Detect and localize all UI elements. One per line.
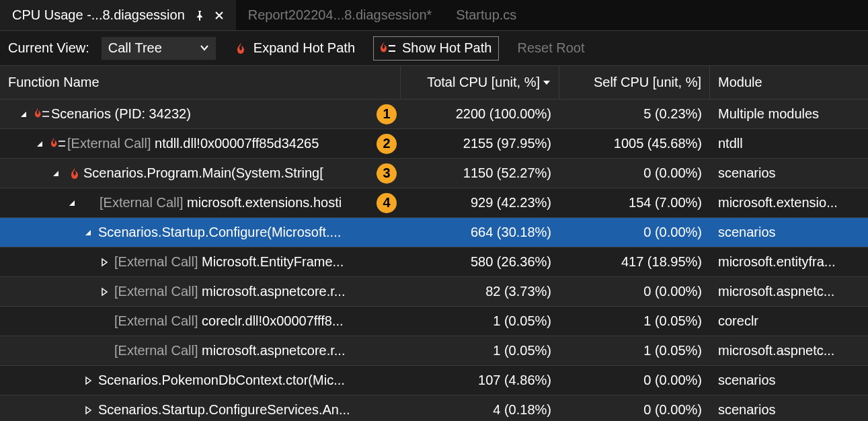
function-name: Scenarios.Startup.ConfigureServices.An..… [98, 402, 401, 418]
module-cell: scenarios [710, 218, 868, 247]
collapse-icon[interactable] [66, 197, 78, 209]
function-name-cell: Scenarios.Program.Main(System.String[3 [0, 159, 401, 188]
chevron-down-icon [200, 40, 209, 56]
module-cell: microsoft.aspnetc... [710, 336, 868, 365]
flame-icon [235, 42, 247, 54]
total-cpu-cell: 580 (26.36%) [401, 247, 559, 276]
table-row[interactable]: [External Call] coreclr.dll!0x00007fff8.… [0, 307, 868, 336]
column-label: Function Name [8, 75, 100, 90]
total-cpu-cell: 2155 (97.95%) [401, 129, 559, 158]
function-name-cell: [External Call] ntdll.dll!0x00007ff85d34… [0, 129, 401, 158]
hot-path-icon [34, 108, 51, 120]
collapse-icon[interactable] [82, 227, 94, 239]
function-name-cell: Scenarios.PokemonDbContext.ctor(Mic... [0, 366, 401, 395]
tab-cpu-usage[interactable]: CPU Usage -...8.diagsession [0, 0, 236, 30]
function-name-cell: [External Call] coreclr.dll!0x00007fff8.… [0, 307, 401, 336]
self-cpu-cell: 417 (18.95%) [559, 247, 710, 276]
self-cpu-cell: 5 (0.23%) [559, 100, 710, 128]
function-name: [External Call] microsoft.extensions.hos… [100, 195, 401, 210]
toolbar: Current View: Call Tree Expand Hot Path … [0, 31, 868, 66]
svg-rect-5 [58, 145, 65, 147]
module-cell: ntdll [710, 129, 868, 158]
svg-rect-2 [42, 111, 49, 112]
tab-label: Report202204...8.diagsession* [248, 7, 432, 23]
flame-icon [66, 167, 83, 180]
self-cpu-cell: 0 (0.00%) [559, 218, 710, 247]
function-name: Scenarios.Program.Main(System.String[ [83, 165, 401, 181]
column-header-row: Function Name Total CPU [unit, %] Self C… [0, 66, 868, 100]
total-cpu-cell: 929 (42.23%) [401, 188, 559, 217]
dropdown-value: Call Tree [108, 40, 162, 56]
total-cpu-cell: 4 (0.18%) [401, 395, 559, 421]
total-cpu-cell: 664 (30.18%) [401, 218, 559, 247]
function-name-cell: Scenarios.Startup.Configure(Microsoft...… [0, 218, 401, 247]
pin-icon[interactable] [194, 10, 205, 21]
table-row[interactable]: [External Call] microsoft.aspnetcore.r..… [0, 336, 868, 366]
table-row[interactable]: Scenarios.PokemonDbContext.ctor(Mic...10… [0, 366, 868, 395]
expand-hot-path-button[interactable]: Expand Hot Path [228, 37, 362, 60]
button-label: Reset Root [517, 40, 584, 56]
module-cell: microsoft.entityfra... [710, 247, 868, 276]
total-cpu-cell: 2200 (100.00%) [401, 100, 559, 128]
tab-startup-cs[interactable]: Startup.cs [444, 0, 528, 30]
module-cell: scenarios [710, 395, 868, 421]
collapse-icon[interactable] [34, 138, 46, 150]
column-header-self-cpu[interactable]: Self CPU [unit, %] [559, 66, 710, 99]
callout-badge: 4 [377, 193, 397, 213]
function-name-cell: [External Call] microsoft.extensions.hos… [0, 188, 401, 217]
function-name-cell: [External Call] microsoft.aspnetcore.r..… [0, 277, 401, 306]
close-icon[interactable] [214, 11, 224, 20]
expand-icon[interactable] [98, 256, 110, 268]
table-row[interactable]: Scenarios.Startup.ConfigureServices.An..… [0, 395, 868, 421]
self-cpu-cell: 1 (0.05%) [559, 307, 710, 336]
self-cpu-cell: 0 (0.00%) [559, 159, 710, 188]
table-row[interactable]: [External Call] microsoft.extensions.hos… [0, 188, 868, 218]
show-hot-path-button[interactable]: Show Hot Path [374, 37, 498, 60]
column-header-total-cpu[interactable]: Total CPU [unit, %] [401, 66, 559, 99]
expand-icon[interactable] [82, 404, 94, 416]
callout-badge: 3 [377, 163, 397, 184]
tab-report[interactable]: Report202204...8.diagsession* [236, 0, 444, 30]
callout-badge: 1 [377, 104, 397, 124]
svg-rect-0 [389, 45, 395, 46]
tab-label: Startup.cs [456, 7, 516, 23]
function-name: [External Call] microsoft.aspnetcore.r..… [114, 343, 401, 358]
total-cpu-cell: 1150 (52.27%) [401, 159, 559, 188]
function-name: [External Call] ntdll.dll!0x00007ff85d34… [67, 136, 401, 151]
total-cpu-cell: 82 (3.73%) [401, 277, 559, 306]
function-name-cell: Scenarios.Startup.ConfigureServices.An..… [0, 395, 401, 421]
function-name: [External Call] Microsoft.EntityFrame... [114, 254, 401, 270]
hot-path-icon [50, 138, 67, 150]
function-name: Scenarios.Startup.Configure(Microsoft...… [98, 225, 401, 240]
expand-icon[interactable] [82, 375, 94, 387]
table-row[interactable]: Scenarios.Program.Main(System.String[311… [0, 159, 868, 188]
total-cpu-cell: 1 (0.05%) [401, 336, 559, 365]
table-row[interactable]: Scenarios.Startup.Configure(Microsoft...… [0, 218, 868, 247]
self-cpu-cell: 1005 (45.68%) [559, 129, 710, 158]
collapse-icon[interactable] [17, 108, 30, 120]
table-row[interactable]: Scenarios (PID: 34232)12200 (100.00%)5 (… [0, 100, 868, 129]
function-name-cell: Scenarios (PID: 34232)1 [0, 100, 401, 128]
reset-root-button[interactable]: Reset Root [510, 37, 591, 60]
self-cpu-cell: 154 (7.00%) [559, 188, 710, 217]
function-name-cell: [External Call] microsoft.aspnetcore.r..… [0, 336, 401, 365]
function-name: [External Call] microsoft.aspnetcore.r..… [114, 284, 401, 299]
total-cpu-cell: 107 (4.86%) [401, 366, 559, 395]
callout-badge: 2 [377, 134, 397, 154]
module-cell: Multiple modules [710, 100, 868, 128]
table-row[interactable]: [External Call] Microsoft.EntityFrame...… [0, 247, 868, 277]
table-row[interactable]: [External Call] ntdll.dll!0x00007ff85d34… [0, 129, 868, 159]
module-cell: scenarios [710, 366, 868, 395]
function-name: Scenarios (PID: 34232) [51, 106, 401, 122]
expand-icon[interactable] [98, 286, 110, 298]
collapse-icon[interactable] [50, 167, 62, 180]
self-cpu-cell: 1 (0.05%) [559, 336, 710, 365]
tab-strip: CPU Usage -...8.diagsession Report202204… [0, 0, 868, 31]
current-view-dropdown[interactable]: Call Tree [102, 37, 216, 60]
sort-descending-icon [543, 75, 551, 90]
column-header-function-name[interactable]: Function Name [0, 66, 401, 99]
table-row[interactable]: [External Call] microsoft.aspnetcore.r..… [0, 277, 868, 307]
column-header-module[interactable]: Module [710, 66, 868, 99]
button-label: Expand Hot Path [253, 40, 355, 56]
function-name-cell: [External Call] Microsoft.EntityFrame... [0, 247, 401, 276]
